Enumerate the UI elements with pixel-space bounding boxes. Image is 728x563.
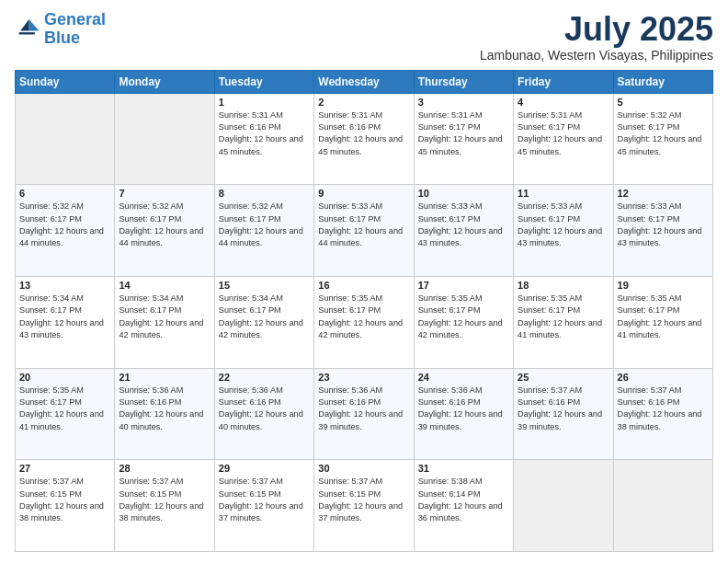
logo-text: General Blue — [44, 11, 106, 48]
day-info: Sunrise: 5:34 AMSunset: 6:17 PMDaylight:… — [219, 293, 310, 341]
day-number: 23 — [318, 372, 409, 383]
calendar-cell: 25Sunrise: 5:37 AMSunset: 6:16 PMDayligh… — [514, 368, 613, 460]
day-number: 22 — [219, 372, 310, 383]
calendar-cell: 2Sunrise: 5:31 AMSunset: 6:16 PMDaylight… — [314, 93, 414, 185]
calendar-cell: 5Sunrise: 5:32 AMSunset: 6:17 PMDaylight… — [613, 93, 712, 185]
calendar-cell: 8Sunrise: 5:32 AMSunset: 6:17 PMDaylight… — [214, 185, 313, 277]
calendar-cell: 26Sunrise: 5:37 AMSunset: 6:16 PMDayligh… — [613, 368, 712, 460]
day-number: 15 — [219, 280, 310, 291]
calendar-cell: 22Sunrise: 5:36 AMSunset: 6:16 PMDayligh… — [214, 368, 313, 460]
calendar-cell: 31Sunrise: 5:38 AMSunset: 6:14 PMDayligh… — [414, 460, 513, 552]
calendar-cell: 13Sunrise: 5:34 AMSunset: 6:17 PMDayligh… — [16, 276, 115, 368]
location-title: Lambunao, Western Visayas, Philippines — [480, 48, 713, 63]
calendar-week-row: 27Sunrise: 5:37 AMSunset: 6:15 PMDayligh… — [16, 460, 713, 552]
logo: General Blue — [15, 11, 106, 48]
calendar-day-header: Wednesday — [314, 70, 414, 93]
calendar-cell: 16Sunrise: 5:35 AMSunset: 6:17 PMDayligh… — [314, 276, 414, 368]
calendar-cell: 9Sunrise: 5:33 AMSunset: 6:17 PMDaylight… — [314, 185, 414, 277]
day-info: Sunrise: 5:31 AMSunset: 6:17 PMDaylight:… — [418, 109, 509, 158]
calendar-header-row: SundayMondayTuesdayWednesdayThursdayFrid… — [16, 70, 713, 93]
day-info: Sunrise: 5:31 AMSunset: 6:16 PMDaylight:… — [219, 109, 310, 158]
day-number: 10 — [418, 188, 509, 199]
day-info: Sunrise: 5:32 AMSunset: 6:17 PMDaylight:… — [119, 201, 210, 249]
calendar-week-row: 13Sunrise: 5:34 AMSunset: 6:17 PMDayligh… — [16, 276, 713, 368]
calendar-cell: 6Sunrise: 5:32 AMSunset: 6:17 PMDaylight… — [16, 185, 115, 277]
calendar-cell: 24Sunrise: 5:36 AMSunset: 6:16 PMDayligh… — [414, 368, 513, 460]
calendar-cell: 29Sunrise: 5:37 AMSunset: 6:15 PMDayligh… — [214, 460, 313, 552]
calendar-week-row: 6Sunrise: 5:32 AMSunset: 6:17 PMDaylight… — [16, 185, 713, 277]
day-info: Sunrise: 5:33 AMSunset: 6:17 PMDaylight:… — [318, 201, 409, 249]
day-number: 2 — [318, 97, 409, 108]
calendar-cell: 10Sunrise: 5:33 AMSunset: 6:17 PMDayligh… — [414, 185, 513, 277]
day-number: 11 — [518, 188, 609, 199]
calendar-day-header: Sunday — [16, 70, 115, 93]
calendar-cell: 15Sunrise: 5:34 AMSunset: 6:17 PMDayligh… — [214, 276, 313, 368]
day-number: 17 — [418, 280, 509, 291]
day-info: Sunrise: 5:35 AMSunset: 6:17 PMDaylight:… — [19, 385, 110, 433]
calendar-cell — [16, 93, 115, 185]
svg-rect-2 — [19, 32, 35, 34]
day-number: 4 — [518, 97, 609, 108]
day-number: 6 — [19, 188, 110, 199]
day-info: Sunrise: 5:37 AMSunset: 6:15 PMDaylight:… — [318, 476, 409, 524]
day-info: Sunrise: 5:31 AMSunset: 6:16 PMDaylight:… — [318, 109, 409, 158]
day-number: 3 — [418, 97, 509, 108]
day-number: 7 — [119, 188, 210, 199]
day-number: 1 — [219, 97, 310, 108]
day-number: 29 — [219, 463, 310, 474]
calendar-day-header: Monday — [115, 70, 214, 93]
day-info: Sunrise: 5:37 AMSunset: 6:15 PMDaylight:… — [219, 476, 310, 524]
day-number: 28 — [119, 463, 210, 474]
calendar-cell: 20Sunrise: 5:35 AMSunset: 6:17 PMDayligh… — [16, 368, 115, 460]
day-info: Sunrise: 5:32 AMSunset: 6:17 PMDaylight:… — [618, 109, 709, 158]
day-info: Sunrise: 5:31 AMSunset: 6:17 PMDaylight:… — [518, 109, 609, 158]
day-info: Sunrise: 5:36 AMSunset: 6:16 PMDaylight:… — [418, 385, 509, 433]
day-number: 9 — [318, 188, 409, 199]
day-info: Sunrise: 5:32 AMSunset: 6:17 PMDaylight:… — [219, 201, 310, 249]
logo-line2: Blue — [44, 29, 80, 47]
calendar-cell: 27Sunrise: 5:37 AMSunset: 6:15 PMDayligh… — [16, 460, 115, 552]
calendar-cell: 18Sunrise: 5:35 AMSunset: 6:17 PMDayligh… — [514, 276, 613, 368]
logo-icon — [15, 17, 40, 42]
day-number: 30 — [318, 463, 409, 474]
calendar-cell: 14Sunrise: 5:34 AMSunset: 6:17 PMDayligh… — [115, 276, 214, 368]
day-info: Sunrise: 5:35 AMSunset: 6:17 PMDaylight:… — [618, 293, 709, 341]
month-title: July 2025 — [480, 11, 713, 48]
day-number: 19 — [618, 280, 709, 291]
day-number: 27 — [19, 463, 110, 474]
calendar-cell: 19Sunrise: 5:35 AMSunset: 6:17 PMDayligh… — [613, 276, 712, 368]
title-block: July 2025 Lambunao, Western Visayas, Phi… — [480, 11, 713, 63]
day-info: Sunrise: 5:33 AMSunset: 6:17 PMDaylight:… — [618, 201, 709, 249]
day-info: Sunrise: 5:33 AMSunset: 6:17 PMDaylight:… — [518, 201, 609, 249]
day-number: 8 — [219, 188, 310, 199]
calendar-cell — [514, 460, 613, 552]
day-number: 18 — [518, 280, 609, 291]
calendar-cell: 30Sunrise: 5:37 AMSunset: 6:15 PMDayligh… — [314, 460, 414, 552]
day-number: 21 — [119, 372, 210, 383]
day-info: Sunrise: 5:33 AMSunset: 6:17 PMDaylight:… — [418, 201, 509, 249]
day-number: 31 — [418, 463, 509, 474]
day-number: 14 — [119, 280, 210, 291]
calendar-cell: 11Sunrise: 5:33 AMSunset: 6:17 PMDayligh… — [514, 185, 613, 277]
day-info: Sunrise: 5:36 AMSunset: 6:16 PMDaylight:… — [119, 385, 210, 433]
calendar-cell: 3Sunrise: 5:31 AMSunset: 6:17 PMDaylight… — [414, 93, 513, 185]
day-info: Sunrise: 5:37 AMSunset: 6:15 PMDaylight:… — [19, 476, 110, 524]
calendar-day-header: Tuesday — [214, 70, 313, 93]
day-number: 16 — [318, 280, 409, 291]
calendar-cell: 12Sunrise: 5:33 AMSunset: 6:17 PMDayligh… — [613, 185, 712, 277]
calendar-table: SundayMondayTuesdayWednesdayThursdayFrid… — [15, 70, 713, 552]
day-number: 26 — [618, 372, 709, 383]
day-info: Sunrise: 5:38 AMSunset: 6:14 PMDaylight:… — [418, 476, 509, 524]
calendar-cell — [115, 93, 214, 185]
day-info: Sunrise: 5:35 AMSunset: 6:17 PMDaylight:… — [418, 293, 509, 341]
header: General Blue July 2025 Lambunao, Western… — [15, 11, 713, 63]
calendar-day-header: Thursday — [414, 70, 513, 93]
day-number: 24 — [418, 372, 509, 383]
calendar-day-header: Friday — [514, 70, 613, 93]
calendar-cell: 1Sunrise: 5:31 AMSunset: 6:16 PMDaylight… — [214, 93, 313, 185]
calendar-cell: 28Sunrise: 5:37 AMSunset: 6:15 PMDayligh… — [115, 460, 214, 552]
calendar-cell: 7Sunrise: 5:32 AMSunset: 6:17 PMDaylight… — [115, 185, 214, 277]
day-info: Sunrise: 5:35 AMSunset: 6:17 PMDaylight:… — [318, 293, 409, 341]
day-number: 12 — [618, 188, 709, 199]
calendar-cell: 17Sunrise: 5:35 AMSunset: 6:17 PMDayligh… — [414, 276, 513, 368]
